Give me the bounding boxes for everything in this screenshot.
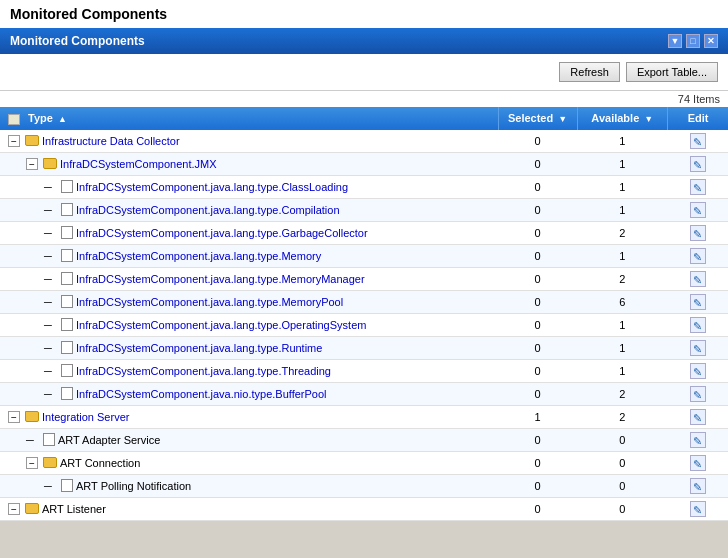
col-header-selected[interactable]: Selected ▼ [498,107,577,130]
expand-icon[interactable]: − [26,457,38,469]
edit-icon[interactable]: ✎ [690,409,706,425]
edit-icon[interactable]: ✎ [690,340,706,356]
folder-icon [25,135,39,146]
cell-type: ─InfraDCSystemComponent.java.lang.type.M… [0,290,498,313]
cell-type: ─InfraDCSystemComponent.java.lang.type.G… [0,221,498,244]
edit-icon[interactable]: ✎ [690,501,706,517]
document-icon [61,249,73,262]
cell-edit: ✎ [668,359,728,382]
cell-available: 0 [577,497,668,520]
cell-edit: ✎ [668,497,728,520]
edit-icon[interactable]: ✎ [690,225,706,241]
panel-header-title: Monitored Components [10,34,145,48]
cell-available: 1 [577,313,668,336]
document-icon [61,272,73,285]
panel-minimize-icon[interactable]: ▼ [668,34,682,48]
cell-type: ─InfraDCSystemComponent.java.lang.type.R… [0,336,498,359]
panel-header-icons: ▼ □ ✕ [668,34,718,48]
table-header-row: Type ▲ Selected ▼ Available ▼ Edit [0,107,728,130]
component-label: ART Listener [42,503,106,515]
cell-selected: 0 [498,175,577,198]
edit-icon[interactable]: ✎ [690,432,706,448]
component-link[interactable]: InfraDCSystemComponent.java.lang.type.Me… [76,250,321,262]
cell-selected: 0 [498,451,577,474]
component-link[interactable]: Infrastructure Data Collector [42,135,180,147]
component-link[interactable]: InfraDCSystemComponent.java.lang.type.Cl… [76,181,348,193]
cell-available: 2 [577,221,668,244]
cell-type: ─InfraDCSystemComponent.java.lang.type.M… [0,267,498,290]
panel-restore-icon[interactable]: □ [686,34,700,48]
component-link[interactable]: InfraDCSystemComponent.java.lang.type.Ga… [76,227,368,239]
panel-header: Monitored Components ▼ □ ✕ [0,28,728,54]
cell-type: ─InfraDCSystemComponent.java.nio.type.Bu… [0,382,498,405]
edit-icon[interactable]: ✎ [690,363,706,379]
component-link[interactable]: InfraDCSystemComponent.java.lang.type.Me… [76,273,365,285]
refresh-button[interactable]: Refresh [559,62,620,82]
component-link[interactable]: InfraDCSystemComponent.java.nio.type.Buf… [76,388,326,400]
edit-icon[interactable]: ✎ [690,271,706,287]
edit-icon[interactable]: ✎ [690,133,706,149]
cell-edit: ✎ [668,152,728,175]
component-link[interactable]: InfraDCSystemComponent.java.lang.type.Ru… [76,342,322,354]
folder-icon [43,457,57,468]
table-row: ─InfraDCSystemComponent.java.lang.type.M… [0,267,728,290]
cell-selected: 0 [498,152,577,175]
edit-icon[interactable]: ✎ [690,156,706,172]
edit-icon[interactable]: ✎ [690,386,706,402]
component-link[interactable]: InfraDCSystemComponent.JMX [60,158,217,170]
cell-edit: ✎ [668,290,728,313]
table-body: −Infrastructure Data Collector01✎−InfraD… [0,130,728,521]
cell-selected: 0 [498,267,577,290]
cell-type: −Infrastructure Data Collector [0,130,498,153]
spacer: ─ [44,480,58,492]
cell-type: ─InfraDCSystemComponent.java.lang.type.C… [0,175,498,198]
col-header-edit: Edit [668,107,728,130]
panel-close-icon[interactable]: ✕ [704,34,718,48]
edit-icon[interactable]: ✎ [690,317,706,333]
cell-available: 0 [577,428,668,451]
cell-selected: 0 [498,428,577,451]
component-link[interactable]: InfraDCSystemComponent.java.lang.type.Co… [76,204,340,216]
cell-available: 1 [577,336,668,359]
table-row: ─InfraDCSystemComponent.java.nio.type.Bu… [0,382,728,405]
spacer: ─ [44,204,58,216]
document-icon [61,387,73,400]
document-icon [61,318,73,331]
edit-icon[interactable]: ✎ [690,248,706,264]
table-row: ─ART Polling Notification00✎ [0,474,728,497]
cell-type: −ART Listener [0,497,498,520]
table-row: ─InfraDCSystemComponent.java.lang.type.T… [0,359,728,382]
expand-icon[interactable]: − [26,158,38,170]
expand-icon[interactable]: − [8,411,20,423]
spacer: ─ [26,434,40,446]
cell-type: ─InfraDCSystemComponent.java.lang.type.C… [0,198,498,221]
cell-selected: 0 [498,198,577,221]
cell-selected: 0 [498,244,577,267]
component-link[interactable]: Integration Server [42,411,129,423]
cell-edit: ✎ [668,130,728,153]
component-link[interactable]: InfraDCSystemComponent.java.lang.type.Op… [76,319,366,331]
edit-icon[interactable]: ✎ [690,478,706,494]
document-icon [61,479,73,492]
edit-icon[interactable]: ✎ [690,179,706,195]
edit-icon[interactable]: ✎ [690,455,706,471]
table-row: −ART Connection00✎ [0,451,728,474]
edit-icon[interactable]: ✎ [690,202,706,218]
component-link[interactable]: InfraDCSystemComponent.java.lang.type.Me… [76,296,343,308]
expand-icon[interactable]: − [8,135,20,147]
cell-available: 6 [577,290,668,313]
cell-available: 1 [577,175,668,198]
table-row: ─InfraDCSystemComponent.java.lang.type.R… [0,336,728,359]
expand-icon[interactable]: − [8,503,20,515]
cell-available: 2 [577,267,668,290]
component-link[interactable]: InfraDCSystemComponent.java.lang.type.Th… [76,365,331,377]
col-header-type[interactable]: Type ▲ [0,107,498,130]
cell-available: 1 [577,244,668,267]
edit-icon[interactable]: ✎ [690,294,706,310]
cell-edit: ✎ [668,428,728,451]
export-button[interactable]: Export Table... [626,62,718,82]
cell-edit: ✎ [668,313,728,336]
cell-available: 0 [577,474,668,497]
col-header-available[interactable]: Available ▼ [577,107,668,130]
items-count: 74 Items [0,91,728,107]
